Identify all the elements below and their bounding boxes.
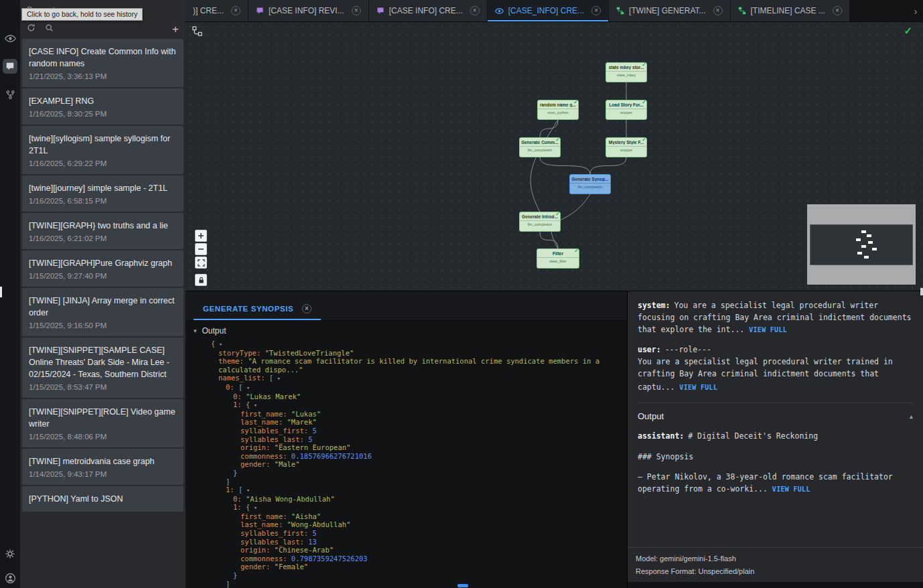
settings-gear-icon[interactable] xyxy=(3,548,17,560)
zoom-in-button[interactable] xyxy=(195,230,207,242)
chat-icon xyxy=(376,7,384,15)
prompt-list-item[interactable]: [TWINE][SNIPPET][ROLE] Video game writer… xyxy=(22,399,184,447)
caret-down-icon[interactable]: ▾ xyxy=(273,375,281,382)
tab-label: [TWINE] GENERAT... xyxy=(629,6,705,15)
graph-node[interactable]: Generate Synop...llm_completion xyxy=(569,174,611,194)
graph-node[interactable]: random name g...exec_python✓ xyxy=(537,100,579,120)
json-key: commonness: xyxy=(240,452,291,460)
prompt-list-item[interactable]: [PYTHON] Yaml to JSON xyxy=(22,486,184,512)
caret-down-icon[interactable]: ▾ xyxy=(194,327,197,334)
close-icon[interactable]: × xyxy=(352,6,361,15)
add-prompt-button[interactable]: + xyxy=(172,23,179,35)
minimap-node xyxy=(857,252,862,254)
assistant-message: assistant:# Digital Deceit's Reckoning xyxy=(638,431,913,443)
activity-bar xyxy=(0,0,20,588)
caret-down-icon[interactable]: ▾ xyxy=(250,504,257,511)
json-line: 1: { ▾ xyxy=(211,503,620,512)
graph-node[interactable]: Generate Comm...llm_completion✓ xyxy=(519,137,561,157)
refresh-icon[interactable] xyxy=(27,23,36,35)
prompt-list-item[interactable]: [EXAMPLE] RNG1/16/2025, 8:30:25 PM xyxy=(22,88,184,125)
minimap[interactable] xyxy=(807,204,916,285)
prompt-title: [CASE INFO] Create Common Info with rand… xyxy=(29,46,177,70)
prompt-list-item[interactable]: [twine][journey] simple sample - 2T1L1/1… xyxy=(22,175,184,212)
flows-icon[interactable] xyxy=(3,88,17,100)
graph-canvas[interactable]: state mkey stor...state_mkey✓random name… xyxy=(186,22,923,291)
divider xyxy=(638,402,913,403)
main-area: )] CRE...×[CASE INFO] REVI...×[CASE INFO… xyxy=(186,0,923,588)
output-tab-generate-synopsis[interactable]: GENERATE SYNOPSIS × xyxy=(194,298,321,320)
user-message: user:---role--- You are a specialist leg… xyxy=(638,344,913,393)
node-title: Generate Synop... xyxy=(570,177,610,181)
prompts-icon[interactable] xyxy=(3,59,17,74)
tab-scroll-right-button[interactable]: › xyxy=(908,0,923,21)
collapse-up-icon[interactable]: ▴ xyxy=(910,413,913,420)
caret-down-icon[interactable]: ▾ xyxy=(215,341,222,348)
json-value: 5 xyxy=(308,435,312,443)
close-icon[interactable]: × xyxy=(470,6,480,15)
json-line: last_name: "Wong-Abdullah" xyxy=(211,520,620,529)
output-tabstrip: GENERATE SYNOPSIS × xyxy=(186,291,627,321)
tab-label: [TIMELINE] CASE ... xyxy=(751,6,825,15)
editor-tab[interactable]: [TWINE] GENERAT...× xyxy=(609,0,730,21)
node-subtitle: snippet xyxy=(606,108,646,115)
graph-node[interactable]: Load Story For...snippet✓ xyxy=(606,100,647,120)
editor-tab[interactable]: )] CRE...× xyxy=(186,0,248,21)
graph-node[interactable]: state mkey stor...state_mkey✓ xyxy=(606,62,647,82)
graph-node[interactable]: Filterstate_filter✓ xyxy=(537,248,579,269)
close-icon[interactable]: × xyxy=(713,6,723,15)
editor-tab[interactable]: [TIMELINE] CASE ...× xyxy=(731,0,850,21)
close-icon[interactable]: × xyxy=(231,6,240,15)
prompt-list-item[interactable]: [TWINE][GRAPH]Pure Graphviz graph1/15/20… xyxy=(22,250,184,287)
check-icon: ✓ xyxy=(574,248,579,254)
close-icon[interactable]: × xyxy=(833,6,842,15)
prompt-list-item[interactable]: [CASE INFO] Create Common Info with rand… xyxy=(22,39,184,87)
minimap-node xyxy=(864,256,869,259)
lock-icon[interactable] xyxy=(195,274,207,286)
prompt-list-item[interactable]: [twine][syllogism] sample syllogism for … xyxy=(22,126,184,174)
editor-tab[interactable]: [CASE_INFO] CRE...× xyxy=(488,0,609,21)
close-icon[interactable]: × xyxy=(302,304,311,313)
caret-down-icon[interactable]: ▾ xyxy=(242,487,250,494)
run-info-footer: Model: gemini/gemini-1.5-flash Response … xyxy=(628,547,923,583)
search-icon[interactable] xyxy=(45,23,54,35)
json-key: 0: xyxy=(233,392,246,400)
horizontal-scrollbar-thumb[interactable] xyxy=(457,584,468,587)
prompt-title: [EXAMPLE] RNG xyxy=(29,95,177,107)
json-value: "A romance scam facilitator is killed by… xyxy=(218,357,604,374)
minimap-node xyxy=(861,245,866,248)
user-message-text: ---role--- You are a specialist legal pr… xyxy=(638,345,893,391)
json-value: "Lukas Marek" xyxy=(246,392,301,400)
close-icon[interactable]: × xyxy=(591,6,601,15)
minimap-node xyxy=(872,248,877,250)
workflow-icon[interactable] xyxy=(192,26,202,39)
panel-resize-handle-right[interactable] xyxy=(920,288,923,295)
prompt-list-item[interactable]: [TWINE][SNIPPET][SAMPLE CASE] Online Thr… xyxy=(22,338,184,398)
editor-tab[interactable]: [CASE INFO] CRE...× xyxy=(369,0,488,21)
caret-down-icon[interactable]: ▾ xyxy=(242,384,250,391)
prompt-list-item[interactable]: [TWINE][GRAPH} two truths and a lie1/16/… xyxy=(22,213,184,249)
tab-label: [CASE INFO] REVI... xyxy=(269,6,344,15)
editor-tabs: )] CRE...×[CASE INFO] REVI...×[CASE INFO… xyxy=(186,0,908,21)
eye-icon[interactable] xyxy=(3,32,17,44)
fit-view-button[interactable] xyxy=(195,256,207,269)
prompt-title: [TWINE][SNIPPET][ROLE] Video game writer xyxy=(29,406,177,430)
graph-icon xyxy=(616,7,624,15)
prompt-timestamp: 1/15/2025, 8:53:47 PM xyxy=(29,383,177,391)
graph-node[interactable]: Generate Introd...llm_completion✓ xyxy=(519,212,561,232)
output-panel: GENERATE SYNOPSIS × ▾ Output { ▾storyTyp… xyxy=(186,291,628,588)
view-full-link[interactable]: VIEW FULL xyxy=(772,486,810,493)
panel-resize-handle-left[interactable] xyxy=(0,287,2,297)
account-icon[interactable] xyxy=(3,572,17,584)
view-full-link[interactable]: VIEW FULL xyxy=(749,326,787,334)
node-title: random name g... xyxy=(538,102,578,107)
prompt-list-item[interactable]: [TWINE] [JINJA] Array merge in correct o… xyxy=(22,288,184,336)
prompt-list-item[interactable]: [TWINE] metroidvania case graph1/14/2025… xyxy=(22,449,184,485)
json-key: 0: xyxy=(233,495,246,503)
assistant-role-label: assistant: xyxy=(638,431,684,441)
editor-tab[interactable]: [CASE INFO] REVI...× xyxy=(248,0,369,21)
caret-down-icon[interactable]: ▾ xyxy=(250,402,257,409)
view-full-link[interactable]: VIEW FULL xyxy=(679,382,717,393)
minimap-node xyxy=(868,241,873,244)
zoom-out-button[interactable] xyxy=(195,243,207,255)
graph-node[interactable]: Mystery Style F...snippet✓ xyxy=(606,137,647,157)
